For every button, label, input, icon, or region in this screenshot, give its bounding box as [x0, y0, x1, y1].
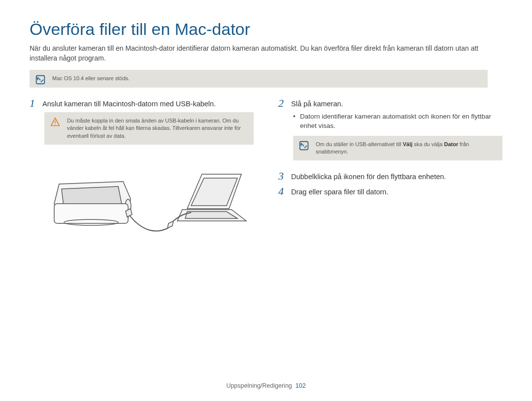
note-icon	[299, 141, 309, 151]
note-text: Om du ställer in USB-alternativet till V…	[316, 141, 469, 154]
page-footer: Uppspelning/Redigering 102	[0, 382, 532, 389]
page-content: Överföra filer till en Mac-dator När du …	[0, 0, 532, 260]
svg-rect-4	[54, 204, 128, 223]
intro-paragraph: När du ansluter kameran till en Macintos…	[30, 44, 502, 63]
bullet-text: Datorn identifierar kameran automatiskt …	[300, 112, 502, 131]
step-3: 3 Dubbelklicka på ikonen för den flyttba…	[278, 170, 502, 182]
camera-laptop-illustration	[44, 159, 251, 258]
step-number: 4	[278, 185, 291, 197]
bullet-item: • Datorn identifierar kameran automatisk…	[293, 112, 502, 131]
columns: 1 Anslut kameran till Macintosh-datorn m…	[30, 97, 502, 260]
page-title: Överföra filer till en Mac-dator	[30, 20, 502, 39]
top-note-text: Mac OS 10.4 eller senare stöds.	[52, 75, 130, 81]
top-note-box: Mac OS 10.4 eller senare stöds.	[30, 70, 488, 87]
footer-section: Uppspelning/Redigering	[226, 382, 292, 389]
step-4: 4 Drag eller spara filer till datorn.	[278, 185, 502, 197]
svg-point-2	[55, 124, 56, 125]
footer-page-number: 102	[296, 382, 306, 389]
step-text: Drag eller spara filer till datorn.	[291, 185, 388, 197]
right-column: 2 Slå på kameran. • Datorn identifierar …	[278, 97, 502, 260]
left-column: 1 Anslut kameran till Macintosh-datorn m…	[30, 97, 254, 260]
warning-text: Du måste koppla in den smala änden av US…	[67, 118, 241, 139]
step-text: Dubbelklicka på ikonen för den flyttbara…	[291, 170, 446, 182]
step-text: Anslut kameran till Macintosh-datorn med…	[42, 97, 216, 109]
step-text: Slå på kameran.	[291, 97, 343, 109]
step-number: 2	[278, 97, 291, 109]
right-note-box: Om du ställer in USB-alternativet till V…	[293, 136, 502, 161]
bullet-dot: •	[293, 112, 300, 122]
step-number: 3	[278, 170, 291, 182]
warning-box: Du måste koppla in den smala änden av US…	[44, 112, 254, 145]
note-icon	[35, 75, 45, 85]
step-1: 1 Anslut kameran till Macintosh-datorn m…	[30, 97, 254, 109]
step-number: 1	[30, 97, 42, 109]
step-2: 2 Slå på kameran.	[278, 97, 502, 109]
warning-icon	[50, 117, 60, 127]
